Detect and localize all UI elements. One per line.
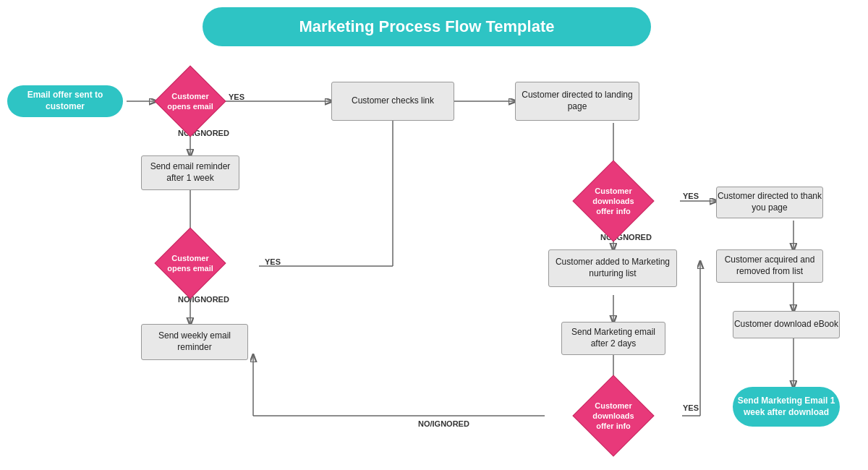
- opens-email-2-diamond: Customer opens email: [156, 239, 225, 288]
- yes-label-2: YES: [265, 257, 281, 266]
- no-ignored-label-2: NO/IGNORED: [178, 295, 229, 304]
- checks-link-node: Customer checks link: [331, 82, 454, 121]
- send-marketing-label: Send Marketing Email 1 week after downlo…: [733, 396, 840, 418]
- marketing-email-node: Send Marketing email after 2 days: [561, 322, 665, 355]
- download-ebook-label: Customer download eBook: [734, 319, 838, 330]
- weekly-reminder-node: Send weekly email reminder: [141, 324, 248, 360]
- email-offer-node: Email offer sent to customer: [7, 85, 123, 117]
- yes-label-3: YES: [683, 192, 699, 200]
- email-offer-label: Email offer sent to customer: [7, 90, 123, 112]
- title-text: Marketing Process Flow Template: [299, 17, 555, 36]
- yes-label-4: YES: [683, 403, 699, 412]
- diagram-container: Marketing Process Flow Template: [0, 0, 868, 470]
- landing-page-label: Customer directed to landing page: [516, 90, 639, 112]
- weekly-reminder-label: Send weekly email reminder: [142, 330, 247, 353]
- nurturing-label: Customer added to Marketing nurturing li…: [549, 257, 676, 279]
- marketing-email-label: Send Marketing email after 2 days: [562, 327, 665, 349]
- downloads-2-diamond: Customer downloads offer info: [579, 387, 648, 445]
- nurturing-node: Customer added to Marketing nurturing li…: [548, 249, 677, 287]
- thank-you-node: Customer directed to thank you page: [716, 187, 823, 218]
- send-reminder-label: Send email reminder after 1 week: [142, 161, 239, 184]
- download-ebook-node: Customer download eBook: [733, 311, 840, 338]
- downloads-1-diamond: Customer downloads offer info: [579, 176, 648, 226]
- opens-email-1-diamond: Customer opens email: [156, 78, 225, 124]
- send-marketing-node: Send Marketing Email 1 week after downlo…: [733, 387, 840, 427]
- thank-you-label: Customer directed to thank you page: [717, 191, 822, 213]
- checks-link-label: Customer checks link: [352, 95, 434, 107]
- landing-page-node: Customer directed to landing page: [515, 82, 639, 121]
- acquired-label: Customer acquired and removed from list: [717, 255, 822, 277]
- title-box: Marketing Process Flow Template: [203, 7, 651, 46]
- no-ignored-label-4: NO/IGNORED: [418, 419, 469, 428]
- yes-label-1: YES: [229, 93, 244, 101]
- send-reminder-node: Send email reminder after 1 week: [141, 155, 239, 190]
- acquired-node: Customer acquired and removed from list: [716, 249, 823, 283]
